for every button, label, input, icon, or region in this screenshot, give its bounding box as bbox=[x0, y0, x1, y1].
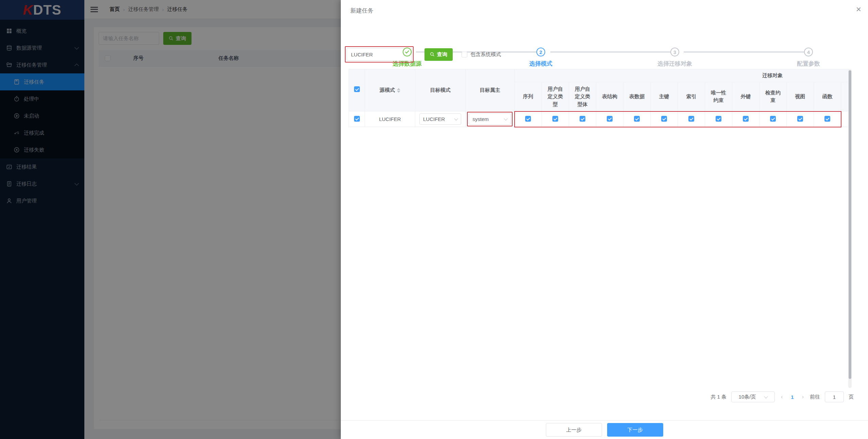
column-header-check-constraint: 检查约束 bbox=[760, 82, 787, 111]
schema-filter-bar: LUCIFER 查询 包含系统模式 bbox=[345, 46, 501, 63]
table-row: LUCIFER LUCIFER system bbox=[349, 111, 850, 127]
include-system-schema-label: 包含系统模式 bbox=[470, 51, 501, 58]
object-cell-view bbox=[787, 111, 814, 127]
udt-body-checkbox[interactable] bbox=[580, 116, 585, 122]
goto-label: 前往 bbox=[810, 394, 820, 400]
column-header-primary-key: 主键 bbox=[651, 82, 678, 111]
column-header-target-owner: 目标属主 bbox=[466, 69, 515, 111]
drawer-title: 新建任务 bbox=[350, 7, 373, 15]
source-schema-cell: LUCIFER bbox=[365, 111, 415, 127]
foreign-key-checkbox[interactable] bbox=[743, 116, 749, 122]
step-2-circle: 2 bbox=[536, 48, 545, 56]
drawer-footer: 上一步 下一步 bbox=[341, 420, 868, 439]
table-scrollbar[interactable] bbox=[848, 69, 852, 388]
column-header-table-data: 表数据 bbox=[623, 82, 651, 111]
column-header-source-schema[interactable]: 源模式 bbox=[365, 69, 415, 111]
pagination: 共 1 条 10条/页 ‹ 1 › 前往 1 页 bbox=[711, 391, 854, 402]
view-checkbox[interactable] bbox=[797, 116, 803, 122]
object-cell-table-data bbox=[623, 111, 651, 127]
object-cell-check-constraint bbox=[760, 111, 787, 127]
target-owner-select[interactable]: system bbox=[469, 113, 511, 125]
schema-search-button[interactable]: 查询 bbox=[424, 48, 453, 61]
column-header-view: 视图 bbox=[787, 82, 814, 111]
row-checkbox[interactable] bbox=[354, 116, 360, 122]
target-owner-cell: system bbox=[466, 111, 515, 127]
function-checkbox[interactable] bbox=[824, 116, 830, 122]
page-size-select[interactable]: 10条/页 bbox=[731, 391, 775, 402]
step-3-label: 选择迁移对象 bbox=[631, 60, 719, 68]
step-3-circle: 3 bbox=[670, 48, 679, 56]
step-4-circle: 4 bbox=[804, 48, 813, 56]
step-connector bbox=[684, 52, 804, 52]
pagination-total: 共 1 条 bbox=[711, 394, 727, 400]
check-constraint-checkbox[interactable] bbox=[770, 116, 776, 122]
modal-overlay[interactable] bbox=[0, 0, 341, 439]
column-group-migration-objects: 迁移对象 bbox=[515, 69, 850, 82]
column-header-udt-body: 用户自定义类型体 bbox=[569, 82, 596, 111]
object-cell-unique-constraint bbox=[705, 111, 732, 127]
step-4-label: 配置参数 bbox=[764, 60, 853, 68]
object-cell-udt bbox=[542, 111, 569, 127]
column-header-unique-constraint: 唯一性约束 bbox=[705, 82, 732, 111]
column-header-table-structure: 表结构 bbox=[596, 82, 623, 111]
next-page-icon[interactable]: › bbox=[801, 394, 805, 400]
prev-page-icon[interactable]: ‹ bbox=[780, 394, 784, 400]
chevron-down-icon bbox=[454, 117, 458, 120]
column-header-target-schema: 目标模式 bbox=[415, 69, 466, 111]
primary-key-checkbox[interactable] bbox=[661, 116, 667, 122]
next-step-button[interactable]: 下一步 bbox=[607, 423, 663, 437]
schema-search-input[interactable]: LUCIFER bbox=[347, 48, 412, 61]
step-1-circle bbox=[403, 48, 412, 56]
object-cell-index bbox=[678, 111, 705, 127]
table-structure-checkbox[interactable] bbox=[607, 116, 613, 122]
check-icon bbox=[405, 49, 409, 53]
object-cell-udt-body bbox=[569, 111, 596, 127]
sequence-checkbox[interactable] bbox=[525, 116, 531, 122]
schema-search-value: LUCIFER bbox=[351, 52, 373, 57]
checkbox-icon bbox=[462, 52, 467, 57]
column-header-foreign-key: 外键 bbox=[732, 82, 760, 111]
object-cell-table-structure bbox=[596, 111, 623, 127]
sort-caret-icon[interactable] bbox=[397, 88, 400, 93]
table-data-checkbox[interactable] bbox=[634, 116, 640, 122]
object-cell-primary-key bbox=[651, 111, 678, 127]
object-cell-sequence bbox=[515, 111, 542, 127]
step-connector bbox=[550, 52, 671, 52]
app-root: KDTS 概览 数据源管理 迁移任务管理 迁移任务 bbox=[0, 0, 868, 439]
step-2-label: 选择模式 bbox=[497, 60, 585, 68]
target-schema-cell: LUCIFER bbox=[415, 111, 466, 127]
object-cell-foreign-key bbox=[732, 111, 760, 127]
unique-constraint-checkbox[interactable] bbox=[716, 116, 721, 122]
close-icon[interactable]: × bbox=[856, 5, 861, 14]
target-schema-select[interactable]: LUCIFER bbox=[419, 113, 461, 125]
index-checkbox[interactable] bbox=[688, 116, 694, 122]
row-select-cell bbox=[349, 111, 365, 127]
target-owner-highlight: system bbox=[467, 112, 513, 126]
object-cell-function bbox=[814, 111, 841, 127]
current-page[interactable]: 1 bbox=[789, 394, 796, 400]
chevron-down-icon bbox=[764, 394, 768, 398]
scrollbar-thumb[interactable] bbox=[849, 70, 851, 379]
include-system-schema-checkbox[interactable]: 包含系统模式 bbox=[462, 51, 501, 58]
schema-table: 源模式 目标模式 目标属主 迁移对象 序列 用户自定义类型 用户自定义类型体 表… bbox=[349, 69, 850, 127]
chevron-down-icon bbox=[504, 117, 508, 120]
prev-step-button[interactable]: 上一步 bbox=[546, 423, 602, 437]
column-header-sequence: 序列 bbox=[515, 82, 542, 111]
header-select-all-cell bbox=[349, 69, 365, 111]
schema-search-button-label: 查询 bbox=[437, 51, 447, 58]
udt-checkbox[interactable] bbox=[552, 116, 558, 122]
page-unit-label: 页 bbox=[849, 394, 854, 400]
new-task-drawer: 新建任务 × 2 3 4 选择数据源 选择模式 选择迁移对象 配置参数 LUCI… bbox=[341, 0, 868, 439]
stepper: 2 3 4 选择数据源 选择模式 选择迁移对象 配置参数 bbox=[341, 23, 868, 45]
search-icon bbox=[430, 52, 435, 57]
column-header-udt: 用户自定义类型 bbox=[542, 82, 569, 111]
column-header-index: 索引 bbox=[678, 82, 705, 111]
column-header-function: 函数 bbox=[814, 82, 841, 111]
goto-page-input[interactable]: 1 bbox=[825, 391, 844, 402]
select-all-checkbox[interactable] bbox=[354, 86, 360, 92]
